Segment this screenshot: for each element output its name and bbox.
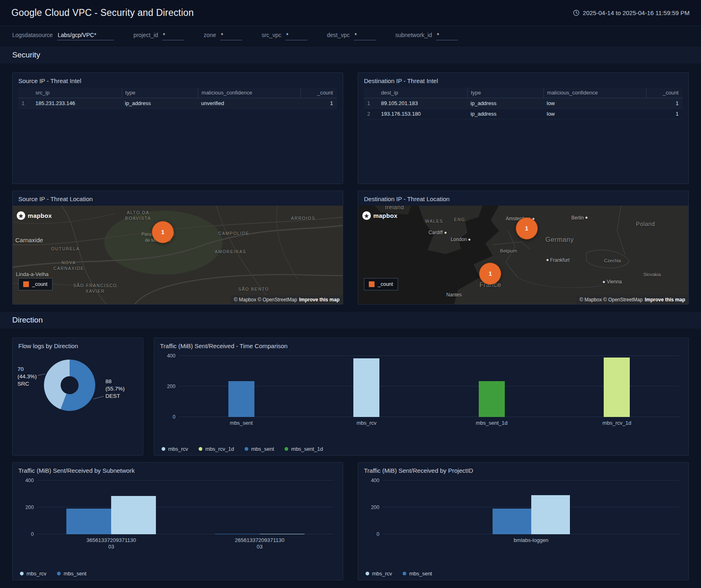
filter-label: project_id (134, 32, 158, 38)
y-tick-label: 0 (160, 414, 175, 420)
filter-subnetwork_id: subnetwork_id* (395, 32, 458, 40)
time-range-picker[interactable]: 2025-04-14 to 2025-04-16 11:59:59 PM (573, 9, 690, 16)
table-row[interactable]: 189.105.201.183ip_addresslow1 (364, 98, 683, 109)
bar-mbs_rcv[interactable] (353, 358, 379, 417)
y-tick-label: 0 (364, 531, 379, 537)
legend-label: mbs_sent (409, 570, 432, 577)
filter-dest_vpc: dest_vpc* (327, 32, 376, 40)
bar-mbs_sent[interactable] (66, 509, 111, 534)
legend-dot (199, 447, 202, 451)
table-cell: low (543, 109, 646, 119)
slice-percent: (55.7%) (105, 385, 125, 393)
panel-title: Traffic (MiB) Sent/Received - Time Compa… (154, 338, 688, 353)
slice-callout-dest: 88 (55.7%) DEST (105, 378, 125, 399)
source-threat-map[interactable]: mapbox _count © Mapbox © OpenStreetMapIm… (13, 206, 343, 304)
bar-group (429, 356, 554, 417)
map-legend: _count (18, 278, 53, 290)
column-header-_count[interactable]: _count (300, 88, 337, 98)
filter-value-input[interactable]: * (285, 32, 307, 40)
table-row[interactable]: 2193.176.153.180ip_addresslow1 (364, 109, 683, 119)
legend-dot (366, 572, 369, 575)
table-body: 189.105.201.183ip_addresslow12193.176.15… (364, 98, 683, 179)
donut-chart-flow-direction: 70 (44.3%) SRC 88 (55.7%) DEST (13, 353, 143, 438)
column-header-dest_ip[interactable]: dest_ip (378, 88, 467, 98)
bar-mbs_rcv_1d[interactable] (604, 358, 630, 417)
column-header-type[interactable]: type (467, 88, 543, 98)
bar-mbs_rcv[interactable] (260, 534, 304, 534)
legend-item-mbs_sent[interactable]: mbs_sent (403, 570, 432, 577)
destination-threat-intel-table: dest_iptypemalicious_confidence_count 18… (364, 88, 683, 179)
row-number: 1 (18, 98, 32, 108)
legend-dot (20, 572, 24, 575)
slice-value: 70 (18, 366, 37, 373)
category-label: 36561337209371130 03 (37, 534, 186, 551)
column-header-type[interactable]: type (122, 88, 198, 98)
improve-map-link[interactable]: Improve this map (299, 297, 340, 303)
panel-title: Source IP - Threat Intel (13, 73, 343, 88)
panel-title: Traffic (MiB) Sent/Received by ProjectID (358, 463, 688, 477)
plot-area: 0200400 (179, 356, 679, 417)
panel-title: Flow logs by Direction (13, 338, 143, 353)
map-attribution: © Mapbox © OpenStreetMapImprove this map (231, 295, 343, 304)
table-cell: ip_address (467, 109, 543, 119)
legend-dot (245, 447, 248, 451)
filter-value-input[interactable]: * (354, 32, 376, 40)
section-title: Security (12, 50, 40, 59)
page-title: Google Cloud VPC - Security and Directio… (11, 7, 194, 18)
legend-label: _count (32, 281, 48, 287)
table-cell: 1 (300, 98, 337, 108)
filter-value-input[interactable]: Labs/gcp/VPC* (57, 32, 114, 40)
bar-mbs_rcv[interactable] (531, 495, 570, 534)
slice-percent: (44.3%) (18, 373, 37, 380)
map-tiles (13, 206, 343, 304)
column-header-malicious_confidence[interactable]: malicious_confidence (543, 88, 646, 98)
legend-item-mbs_rcv[interactable]: mbs_rcv (366, 570, 392, 577)
legend-dot (162, 447, 165, 451)
source-threat-intel-table: src_iptypemalicious_confidence_count 118… (18, 88, 337, 179)
section-header-security: Security (0, 46, 701, 64)
legend-item-mbs_rcv[interactable]: mbs_rcv (162, 446, 188, 452)
table-cell: 193.176.153.180 (378, 109, 467, 119)
map-cluster-marker[interactable]: 1 (152, 221, 174, 243)
map-cluster-marker[interactable]: 1 (479, 263, 501, 285)
legend-item-mbs_sent[interactable]: mbs_sent (57, 570, 86, 577)
filter-value-input[interactable]: * (436, 32, 458, 40)
column-header-_count[interactable]: _count (646, 88, 683, 98)
filter-label: Logsdatasource (12, 32, 53, 38)
bar-group (179, 356, 304, 417)
column-header-malicious_confidence[interactable]: malicious_confidence (198, 88, 300, 98)
table-cell: unverified (198, 98, 300, 108)
legend-label: _count (378, 281, 393, 287)
bar-mbs_rcv[interactable] (111, 496, 156, 534)
improve-map-link[interactable]: Improve this map (645, 297, 685, 303)
table-cell: ip_address (122, 98, 198, 108)
table-cell: 1 (646, 109, 683, 119)
destination-threat-map[interactable]: mapbox _count © Mapbox © OpenStreetMapIm… (358, 206, 688, 304)
bar-mbs_sent_1d[interactable] (479, 381, 505, 417)
dashboard: Google Cloud VPC - Security and Directio… (0, 0, 701, 588)
category-label: mbs_sent (179, 417, 304, 426)
y-tick-label: 0 (18, 531, 34, 537)
filter-value-input[interactable]: * (162, 32, 184, 40)
panel-source-threat-intel: Source IP - Threat Intel src_iptypemalic… (12, 72, 343, 184)
column-header-src_ip[interactable]: src_ip (32, 88, 122, 98)
map-cluster-marker[interactable]: 1 (516, 217, 538, 239)
table-row[interactable]: 1185.231.233.146ip_addressunverified1 (18, 98, 337, 109)
y-tick-label: 400 (160, 353, 175, 359)
table-cell: 1 (646, 98, 683, 108)
legend-item-mbs_sent_1d[interactable]: mbs_sent_1d (285, 446, 323, 452)
bar-mbs_sent[interactable] (228, 381, 254, 417)
legend-item-mbs_rcv[interactable]: mbs_rcv (20, 570, 46, 577)
legend-item-mbs_rcv_1d[interactable]: mbs_rcv_1d (199, 446, 234, 452)
map-attribution: © Mapbox © OpenStreetMapImprove this map (576, 295, 688, 304)
legend-label: mbs_rcv (372, 570, 392, 577)
bar-mbs_sent[interactable] (215, 534, 260, 534)
slice-value: 88 (105, 378, 125, 385)
legend-item-mbs_sent[interactable]: mbs_sent (245, 446, 274, 452)
mapbox-logo[interactable]: mapbox (17, 211, 52, 220)
category-label: 26561337209371130 03 (186, 534, 334, 551)
filter-value-input[interactable]: * (220, 32, 242, 40)
mapbox-logo[interactable]: mapbox (362, 211, 397, 220)
bar-mbs_sent[interactable] (493, 509, 531, 534)
dashboard-header: Google Cloud VPC - Security and Directio… (0, 0, 701, 26)
